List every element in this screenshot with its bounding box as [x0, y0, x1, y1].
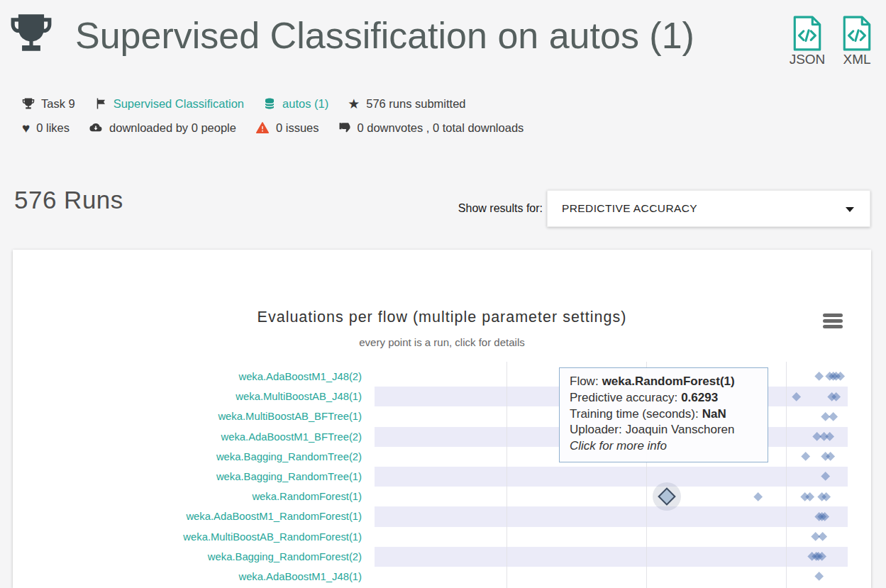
- tooltip-time-value: NaN: [702, 407, 726, 421]
- file-code-xml-icon: [841, 16, 873, 51]
- dataset-link[interactable]: autos (1): [282, 97, 328, 111]
- tooltip-uploader-value: Joaquin Vanschoren: [626, 423, 735, 436]
- row-band: [375, 547, 848, 567]
- tooltip-accuracy-label: Predictive accuracy:: [570, 391, 677, 404]
- trophy-icon: [22, 97, 35, 110]
- task-type-link[interactable]: Supervised Classification: [113, 97, 244, 111]
- run-point[interactable]: [829, 412, 838, 421]
- star-icon: ★: [348, 97, 360, 111]
- stat-downloads: downloaded by 0 people: [89, 121, 236, 135]
- metric-select-value: PREDICTIVE ACCURACY: [562, 191, 697, 226]
- x-gridline: [786, 362, 787, 588]
- flow-label[interactable]: weka.MultiBoostAB_RandomForest(1): [13, 527, 362, 547]
- stat-task: Task 9: [22, 97, 75, 111]
- heart-icon: ♥: [22, 121, 30, 135]
- caret-down-icon: [846, 207, 854, 212]
- run-point[interactable]: [814, 572, 824, 581]
- cloud-download-icon: [89, 121, 103, 134]
- page-title: Supervised Classification on autos (1): [75, 10, 694, 61]
- runs-chart-card: Evaluations per flow (multiple parameter…: [13, 250, 871, 588]
- run-point[interactable]: [753, 492, 763, 501]
- stat-task-type: Supervised Classification: [94, 97, 244, 111]
- row-band: [375, 506, 848, 526]
- runs-submitted: 576 runs submitted: [366, 97, 465, 111]
- flow-label[interactable]: weka.Bagging_RandomTree(2): [13, 447, 362, 467]
- tooltip-accuracy-value: 0.6293: [681, 391, 718, 404]
- flag-icon: [94, 97, 107, 110]
- database-icon: [263, 97, 276, 110]
- stat-dataset: autos (1): [263, 97, 328, 111]
- task-stats: Task 9 Supervised Classification autos (…: [22, 91, 524, 140]
- flow-label[interactable]: weka.RandomForest(1): [13, 487, 362, 506]
- run-point[interactable]: [818, 532, 827, 541]
- tooltip-uploader-label: Uploader:: [570, 423, 622, 436]
- task-id: Task 9: [41, 97, 75, 111]
- openml-task-page: { "header": { "title": "Supervised Class…: [0, 0, 886, 588]
- downloaded-by: downloaded by 0 people: [109, 121, 236, 135]
- json-export-button[interactable]: JSON: [787, 16, 827, 67]
- warning-icon: [255, 121, 270, 134]
- filter-label: Show results for:: [458, 202, 543, 215]
- stat-downvotes: 0 downvotes , 0 total downloads: [338, 121, 524, 135]
- stat-issues: 0 issues: [255, 121, 319, 135]
- flow-label[interactable]: weka.MultiBoostAB_J48(1): [13, 387, 362, 406]
- thumbs-down-icon: [338, 121, 351, 134]
- flow-label[interactable]: weka.Bagging_RandomTree(1): [13, 467, 362, 487]
- tooltip-time-label: Training time (seconds):: [570, 407, 699, 421]
- metric-select[interactable]: PREDICTIVE ACCURACY: [547, 190, 870, 227]
- flow-label[interactable]: weka.AdaBoostM1_J48(2): [13, 367, 362, 387]
- tooltip-cta: Click for more info: [570, 438, 762, 455]
- flow-label[interactable]: weka.AdaBoostM1_BFTree(2): [13, 427, 362, 447]
- flow-label[interactable]: weka.MultiBoostAB_BFTree(1): [13, 406, 362, 426]
- json-label: JSON: [787, 52, 827, 67]
- tooltip-flow-label: Flow:: [570, 375, 599, 388]
- tooltip-flow-value: weka.RandomForest(1): [602, 375, 735, 388]
- flow-label[interactable]: weka.Bagging_RandomForest(2): [13, 547, 362, 567]
- trophy-icon: [9, 11, 53, 55]
- run-point[interactable]: [801, 452, 810, 461]
- xml-label: XML: [837, 52, 877, 67]
- runs-heading: 576 Runs: [14, 186, 123, 214]
- stat-runs: ★ 576 runs submitted: [348, 97, 465, 111]
- stat-likes: ♥ 0 likes: [22, 121, 70, 135]
- downvotes-count: 0 downvotes , 0 total downloads: [358, 121, 524, 135]
- issues-count: 0 issues: [276, 121, 319, 135]
- row-band: [375, 467, 848, 487]
- file-code-json-icon: [792, 16, 823, 51]
- flow-label[interactable]: weka.AdaBoostM1_RandomForest(1): [13, 506, 362, 526]
- x-gridline: [506, 362, 507, 588]
- flow-label[interactable]: weka.AdaBoostM1_J48(1): [13, 567, 362, 587]
- likes-count: 0 likes: [36, 121, 70, 135]
- run-point[interactable]: [814, 372, 824, 381]
- run-tooltip[interactable]: Flow:weka.RandomForest(1) Predictive acc…: [559, 367, 768, 462]
- xml-export-button[interactable]: XML: [837, 16, 877, 67]
